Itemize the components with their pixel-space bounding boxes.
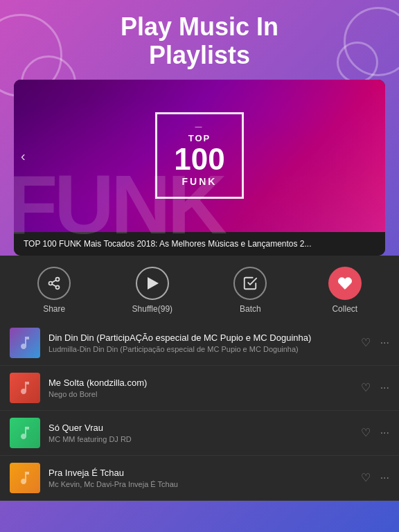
- badge-number: 100: [174, 144, 224, 175]
- like-button-1[interactable]: ♡: [361, 336, 371, 349]
- batch-action[interactable]: Batch: [233, 267, 267, 314]
- song-actions-2: ♡ ···: [361, 381, 389, 394]
- song-item[interactable]: Só Quer Vrau MC MM featuring DJ RD ♡ ···: [0, 411, 399, 456]
- song-info-1: Din Din Din (ParticipAÇÃo especial de MC…: [48, 332, 353, 353]
- song-artist-1: Ludmilla-Din Din Din (Participação espec…: [48, 345, 353, 353]
- playlist-badge: — TOP 100 FUNK: [155, 112, 243, 199]
- song-artist-2: Nego do Borel: [48, 390, 353, 398]
- share-label: Share: [43, 304, 65, 314]
- collect-action[interactable]: Collect: [328, 267, 362, 314]
- action-bar: Share Shuffle(99) Batch Collect: [0, 256, 399, 321]
- shuffle-label: Shuffle(99): [132, 304, 172, 314]
- playlist-cover: FUNK — TOP 100 FUNK ‹: [14, 80, 385, 232]
- song-thumbnail-2: [10, 373, 40, 403]
- badge-top-label: —: [174, 123, 224, 130]
- playlist-card: FUNK — TOP 100 FUNK ‹ TOP 100 FUNK Mais …: [14, 80, 385, 256]
- shuffle-icon-circle: [136, 267, 169, 300]
- song-artist-4: Mc Kevin, Mc Davi-Pra Inveja É Tchau: [48, 480, 353, 488]
- song-actions-4: ♡ ···: [361, 471, 389, 484]
- shuffle-action[interactable]: Shuffle(99): [132, 267, 172, 314]
- more-button-1[interactable]: ···: [380, 337, 389, 349]
- song-item[interactable]: Pra Inveja É Tchau Mc Kevin, Mc Davi-Pra…: [0, 456, 399, 501]
- collect-label: Collect: [332, 304, 357, 314]
- batch-icon-circle: [233, 267, 267, 300]
- more-button-2[interactable]: ···: [380, 382, 389, 394]
- song-list: Din Din Din (ParticipAÇÃo especial de MC…: [0, 321, 399, 501]
- song-title-4: Pra Inveja É Tchau: [48, 468, 353, 478]
- song-info-3: Só Quer Vrau MC MM featuring DJ RD: [48, 423, 353, 443]
- song-thumbnail-3: [10, 418, 40, 448]
- song-actions-3: ♡ ···: [361, 426, 389, 439]
- like-button-3[interactable]: ♡: [361, 426, 371, 439]
- song-title-3: Só Quer Vrau: [48, 423, 353, 433]
- play-icon: [148, 277, 159, 290]
- prev-arrow[interactable]: ‹: [21, 148, 26, 163]
- more-button-3[interactable]: ···: [380, 427, 389, 439]
- song-item[interactable]: Din Din Din (ParticipAÇÃo especial de MC…: [0, 321, 399, 366]
- collect-icon-circle: [328, 267, 362, 300]
- song-item[interactable]: Me Solta (kondzilla.com) Nego do Borel ♡…: [0, 366, 399, 411]
- svg-line-3: [52, 284, 56, 286]
- page-title: Play Music InPlaylists: [0, 0, 399, 80]
- batch-icon: [242, 276, 258, 291]
- song-info-2: Me Solta (kondzilla.com) Nego do Borel: [48, 378, 353, 398]
- like-button-2[interactable]: ♡: [361, 381, 371, 394]
- song-title-1: Din Din Din (ParticipAÇÃo especial de MC…: [48, 332, 353, 343]
- song-artist-3: MC MM featuring DJ RD: [48, 435, 353, 443]
- svg-line-4: [52, 280, 56, 282]
- song-actions-1: ♡ ···: [361, 336, 389, 349]
- badge-sub: FUNK: [174, 176, 224, 187]
- song-info-4: Pra Inveja É Tchau Mc Kevin, Mc Davi-Pra…: [48, 468, 353, 488]
- share-icon-circle: [37, 267, 71, 300]
- song-thumbnail-4: [10, 463, 40, 493]
- share-action[interactable]: Share: [37, 267, 71, 314]
- heart-icon: [337, 276, 353, 291]
- more-button-4[interactable]: ···: [380, 472, 389, 484]
- batch-label: Batch: [240, 304, 261, 314]
- song-thumbnail-1: [10, 328, 40, 358]
- song-title-2: Me Solta (kondzilla.com): [48, 378, 353, 388]
- share-icon: [47, 276, 61, 290]
- like-button-4[interactable]: ♡: [361, 471, 371, 484]
